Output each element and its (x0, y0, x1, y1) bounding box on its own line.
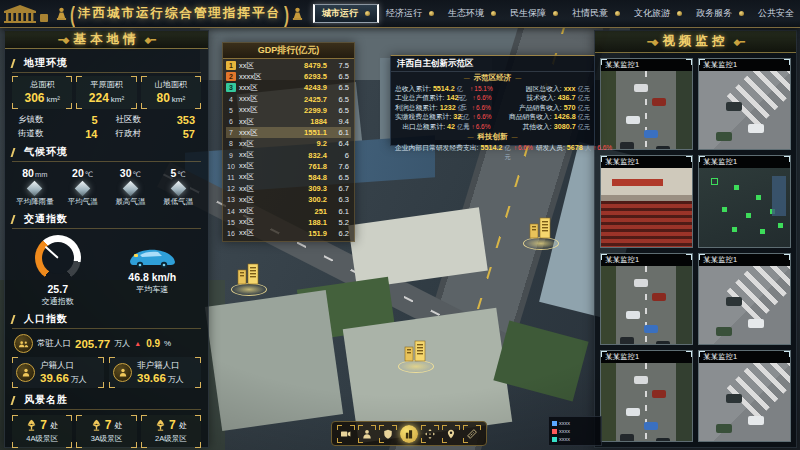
count-value: 5 (91, 114, 97, 126)
gdp-row[interactable]: 2 xxxx区 6293.5 6.5 (226, 71, 351, 82)
pin-tool-button[interactable] (442, 425, 460, 443)
metric-row: 商品销售收入: 1426.8 亿元 (495, 112, 590, 121)
gdp-row[interactable]: 5 xxx区 2299.9 6.5 (226, 105, 351, 116)
geo-count-list: 乡镇数 5 社区数 353 街道数 14 行政村 57 (12, 114, 201, 140)
video-tile[interactable]: 某某监控1 (698, 350, 791, 442)
video-tile[interactable]: 某某监控1 (600, 58, 693, 150)
nav-tab[interactable]: 城市运行 (313, 4, 379, 23)
camera-label: 某某监控1 (699, 351, 790, 363)
video-tile[interactable]: 某某监控1 (698, 253, 791, 345)
video-tile[interactable]: 某某监控1 (600, 350, 693, 442)
camera-tool-button[interactable] (337, 425, 355, 443)
nav-tab[interactable]: 生态环境 (441, 5, 503, 22)
nav-tab-label: 生态环境 (448, 7, 484, 20)
camera-feed (601, 363, 692, 441)
gdp-row[interactable]: 13 xx区 300.2 6.3 (226, 194, 351, 205)
gdp-value: 188.1 (275, 218, 331, 227)
resident-trend-value: 0.9 (146, 338, 160, 349)
camera-feed (699, 168, 790, 246)
map-marker-building[interactable] (398, 339, 432, 373)
app-title-wrap: ( 沣西城市运行综合管理指挥平台 ) (56, 5, 303, 22)
nav-tab[interactable]: 文化旅游 (627, 5, 689, 22)
count-value: 353 (177, 114, 195, 126)
gdp-row-list: 1 xx区 8479.5 7.5 2 xxxx区 6293.5 6.5 3 xx… (223, 59, 354, 240)
district-name: xx区 (239, 61, 275, 71)
gdp-row[interactable]: 14 xx区 251 6.1 (226, 205, 351, 216)
climate-item: 20℃ 平均气温 (60, 167, 106, 207)
climate-item: 30℃ 最高气温 (108, 167, 154, 207)
legend-item[interactable]: xxxx (552, 419, 598, 427)
title-ornament-right: ) (284, 1, 289, 27)
metric-value: 1426.8 (554, 112, 576, 121)
nav-tab[interactable]: 民生保障 (503, 5, 565, 22)
gdp-growth: 5.2 (331, 218, 351, 227)
metric-row: 出口总额累计: 42 亿元 6.6% (395, 122, 491, 131)
count-item: 街道数 14 (12, 128, 104, 140)
camera-feed (699, 71, 790, 149)
metric-unit: 亿元 (578, 104, 590, 113)
video-tile[interactable]: 某某监控1 (698, 58, 791, 150)
metric-value: 570 (564, 103, 576, 112)
gdp-row[interactable]: 15 xx区 188.1 5.2 (226, 217, 351, 228)
metric-trend: 15.1% (470, 85, 491, 92)
legend-color-chip (552, 429, 557, 434)
gdp-row[interactable]: 10 xx区 761.8 7.6 (226, 161, 351, 172)
gdp-row[interactable]: 9 xx区 832.4 6 (226, 150, 351, 161)
rank-badge: 14 (226, 207, 236, 216)
district-name: xx区 (239, 206, 275, 216)
video-tile[interactable]: 某某监控1 (600, 253, 693, 345)
gdp-row[interactable]: 1 xx区 8479.5 7.5 (226, 60, 351, 71)
gdp-growth: 6.5 (331, 72, 351, 81)
camera-label: 某某监控1 (601, 351, 692, 363)
gdp-row[interactable]: 7 xxx区 1551.1 6.1 (226, 127, 351, 138)
shield-tool-button[interactable] (379, 425, 397, 443)
gdp-row[interactable]: 16 xx区 151.9 6.2 (226, 228, 351, 239)
measure-tool-button[interactable] (463, 425, 481, 443)
map-marker-building[interactable] (523, 216, 557, 250)
stat-label: 总面积 (13, 79, 71, 90)
move-tool-button[interactable] (421, 425, 439, 443)
video-tile[interactable]: 某某监控1 (600, 155, 693, 247)
metric-trend: 6.6% (514, 144, 532, 151)
metric-value: 1232 (440, 103, 456, 112)
video-grid: 某某监控1 某某监控1 某某监控1 某某监控1 某某监控1 (595, 53, 796, 447)
rank-badge: 8 (226, 139, 236, 148)
population-cards: 户籍人口 39.66万人 非户籍人口 39.66万人 (12, 357, 201, 388)
nav-tab[interactable]: 政务服务 (689, 5, 751, 22)
nav-tab-label: 公共安全 (758, 7, 794, 20)
gdp-growth: 6.2 (331, 229, 351, 238)
gdp-value: 300.2 (275, 195, 331, 204)
stat-value: 306 (24, 91, 44, 105)
nav-tab-label: 社情民意 (572, 7, 608, 20)
district-name: xxxx区 (239, 72, 275, 82)
metric-unit: 亿元 (578, 113, 590, 122)
nav-tab[interactable]: 社情民意 (565, 5, 627, 22)
rank-badge: 11 (226, 173, 236, 182)
gdp-row[interactable]: 12 xx区 309.3 6.7 (226, 183, 351, 194)
gdp-row[interactable]: 11 xx区 584.8 6.5 (226, 172, 351, 183)
scenic-unit: 处 (114, 420, 122, 431)
video-tile[interactable]: 某某监控1 (698, 155, 791, 247)
basic-info-title: 基本地情 (74, 31, 140, 48)
people-group-icon (14, 334, 33, 353)
gdp-row[interactable]: 6 xx区 1884 9.4 (226, 116, 351, 127)
legend-item[interactable]: xxxx (552, 427, 598, 435)
gdp-value: 761.8 (275, 162, 331, 171)
economy-section-title: 示范区经济 (391, 73, 594, 83)
gdp-row[interactable]: 4 xxx区 2425.7 6.5 (226, 94, 351, 105)
geo-area-list: 总面积 306km² 平原面积 224km² 山地面积 80km² (12, 76, 201, 109)
count-item: 社区数 353 (110, 114, 202, 126)
nav-tabs: 城市运行 经济运行 生态环境 民生保障 社情民意 文化旅游 政务服务 (313, 4, 800, 23)
nav-tab[interactable]: 经济运行 (379, 5, 441, 22)
map-marker-building[interactable] (231, 262, 265, 296)
gdp-value: 584.8 (275, 173, 331, 182)
person-tool-button[interactable] (358, 425, 376, 443)
map-toolbar (331, 421, 487, 446)
gdp-row[interactable]: 3 xxx区 4243.9 6.5 (226, 82, 351, 93)
legend-item[interactable]: xxxx (552, 435, 598, 443)
nav-tab[interactable]: 公共安全 (751, 5, 800, 22)
gdp-row[interactable]: 8 xx区 9.2 6.4 (226, 138, 351, 149)
population-card: 户籍人口 39.66万人 (12, 357, 104, 388)
section-title: 地理环境 (24, 56, 68, 70)
building-tool-button[interactable] (400, 425, 418, 443)
